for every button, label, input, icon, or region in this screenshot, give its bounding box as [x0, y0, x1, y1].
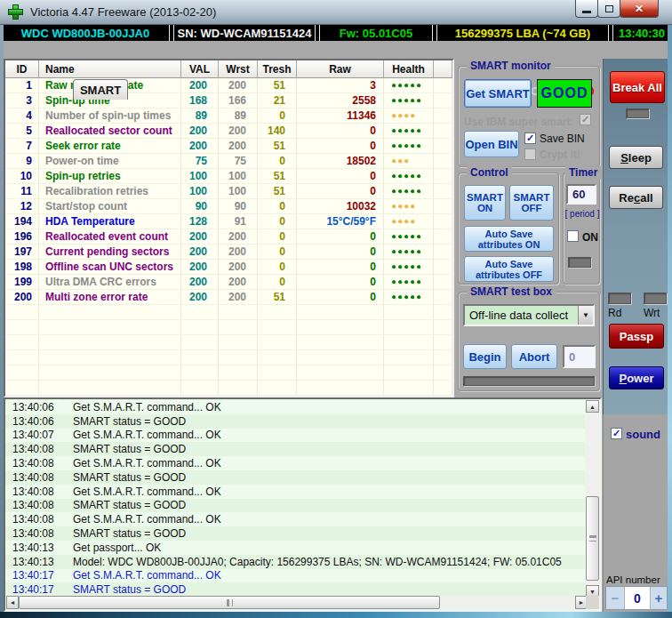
- attribute-row[interactable]: 11 Recalibration retries 100 100 51 0: [5, 184, 452, 199]
- sleep-button[interactable]: Sleep: [609, 146, 663, 169]
- attr-name: Reallocated event count: [39, 229, 181, 245]
- arrow-left-icon: ◄: [10, 599, 16, 606]
- power-button[interactable]: Power: [609, 366, 664, 389]
- empty-row: [5, 320, 452, 335]
- smart-off-button[interactable]: SMART OFF: [509, 185, 554, 221]
- tab-smart[interactable]: SMART: [73, 79, 128, 100]
- victoria-window: Victoria 4.47 Freeware (2013-02-20) ✕ WD…: [0, 0, 672, 618]
- attribute-row[interactable]: 198 Offline scan UNC sectors 200 200 0 0: [5, 260, 452, 275]
- log-entry[interactable]: 13:40:08 Get S.M.A.R.T. command... OK: [5, 456, 585, 470]
- log-entry[interactable]: 13:40:06 Get S.M.A.R.T. command... OK: [5, 400, 585, 414]
- log-vertical-scrollbar[interactable]: ▲ ▼: [586, 400, 599, 598]
- row-spacer: [434, 245, 452, 260]
- log-entry[interactable]: 13:40:17 SMART status = GOOD: [5, 582, 585, 597]
- test-select[interactable]: Off-line data collect ▼: [463, 304, 595, 326]
- header-wrst[interactable]: Wrst: [219, 60, 258, 77]
- sound-checkbox[interactable]: ✓: [611, 428, 622, 439]
- vertical-scroll-thumb[interactable]: [586, 496, 599, 581]
- attribute-row[interactable]: 194 HDA Temperature 128 91 0 15°C/59°F: [5, 214, 452, 229]
- log-entry[interactable]: 13:40:08 Get S.M.A.R.T. command... OK: [5, 512, 585, 526]
- attribute-row[interactable]: 5 Reallocated sector count 200 200 140 0: [5, 124, 452, 139]
- power-hotkey: P: [619, 372, 627, 385]
- timer-period-input[interactable]: 60: [566, 184, 596, 205]
- save-bin-checkbox[interactable]: ✓: [524, 132, 536, 144]
- passp-button[interactable]: Passp: [609, 324, 664, 349]
- row-spacer: [434, 275, 452, 290]
- window-title: Victoria 4.47 Freeware (2013-02-20): [30, 5, 216, 19]
- row-spacer: [434, 214, 452, 229]
- log-horizontal-scrollbar[interactable]: ◄ ►: [6, 596, 588, 609]
- attribute-row[interactable]: 10 Spin-up retries 100 100 51 0: [5, 169, 452, 184]
- timer-on-checkbox[interactable]: [567, 230, 579, 242]
- autosave-on-button[interactable]: Auto Save attributes ON: [464, 226, 554, 252]
- row-spacer: [434, 184, 452, 199]
- attribute-row[interactable]: 196 Reallocated event count 200 200 0 0: [5, 229, 452, 245]
- attribute-row[interactable]: 12 Start/stop count 90 90 0 10032: [5, 199, 452, 214]
- log-entry[interactable]: 13:40:08 Get S.M.A.R.T. command... OK: [5, 485, 585, 499]
- log-entry[interactable]: 13:40:07 Get S.M.A.R.T. command... OK: [5, 429, 585, 443]
- header-health[interactable]: Health: [384, 60, 434, 77]
- header-val[interactable]: VAL: [181, 60, 219, 77]
- log-entry[interactable]: 13:40:13 Model: WDC WD800JB-00JJA0; Capa…: [5, 555, 585, 569]
- window-border-bottom: [0, 612, 672, 618]
- api-number-increment[interactable]: +: [651, 587, 667, 609]
- attr-name: Power-on time: [39, 154, 181, 169]
- attribute-row[interactable]: 200 Multi zone error rate 200 200 51 0: [5, 290, 452, 305]
- log-entry[interactable]: 13:40:08 SMART status = GOOD: [5, 526, 585, 541]
- get-smart-button[interactable]: Get SMART: [464, 79, 532, 108]
- dropdown-button[interactable]: ▼: [578, 306, 593, 325]
- health-dots: [384, 93, 434, 108]
- recall-button[interactable]: Recall: [609, 186, 663, 209]
- chevron-down-icon: ▼: [582, 311, 589, 319]
- open-bin-button[interactable]: Open BIN: [464, 131, 519, 157]
- autosave-off-button[interactable]: Auto Save attributes OFF: [464, 256, 554, 282]
- api-number-value[interactable]: 0: [624, 587, 651, 609]
- test-counter-field[interactable]: 0: [563, 345, 596, 368]
- break-all-button[interactable]: Break All: [610, 71, 665, 103]
- scroll-left-button[interactable]: ◄: [6, 596, 19, 609]
- minimize-button[interactable]: [575, 0, 598, 18]
- log-entry[interactable]: 13:40:08 SMART status = GOOD: [5, 470, 585, 485]
- abort-button[interactable]: Abort: [511, 344, 557, 369]
- power-label: ower: [627, 372, 653, 385]
- log-entry[interactable]: 13:40:13 Get passport... OK: [5, 541, 585, 555]
- health-dots: [384, 154, 434, 169]
- smart-on-button[interactable]: SMART ON: [464, 185, 506, 221]
- header-raw[interactable]: Raw: [297, 60, 384, 77]
- attr-name: Start/stop count: [39, 199, 181, 214]
- attribute-row[interactable]: 197 Current pending sectors 200 200 0 0: [5, 245, 452, 260]
- scroll-up-button[interactable]: ▲: [586, 400, 599, 413]
- header-tresh[interactable]: Tresh: [258, 60, 297, 77]
- log-entry[interactable]: 13:40:17 Get S.M.A.R.T. command... OK: [5, 569, 585, 583]
- row-spacer: [434, 260, 452, 275]
- header-name[interactable]: Name: [39, 60, 181, 77]
- health-dots: [384, 78, 434, 93]
- attribute-row[interactable]: 9 Power-on time 75 75 0 18502: [5, 154, 452, 169]
- test-select-value: Off-line data collect: [465, 306, 578, 325]
- attribute-row[interactable]: 4 Number of spin-up times 89 89 0 11346: [5, 108, 452, 124]
- titlebar[interactable]: Victoria 4.47 Freeware (2013-02-20) ✕: [0, 0, 672, 25]
- log-message: Get S.M.A.R.T. command... OK: [62, 569, 221, 582]
- log-entry[interactable]: 13:40:08 SMART status = GOOD: [5, 499, 585, 513]
- attr-id: 198: [5, 260, 39, 275]
- attr-val: 200: [181, 139, 219, 154]
- attr-id: 7: [5, 139, 39, 154]
- attr-wrst: 75: [219, 154, 258, 169]
- log-entry[interactable]: 13:40:06 SMART status = GOOD: [5, 414, 585, 429]
- begin-button[interactable]: Begin: [463, 344, 507, 369]
- attribute-row[interactable]: 7 Seek error rate 200 200 51 0: [5, 139, 452, 154]
- log-message: Get S.M.A.R.T. command... OK: [62, 457, 221, 470]
- write-indicator: [644, 293, 667, 304]
- log-entry[interactable]: 13:40:08 SMART status = GOOD: [5, 442, 585, 456]
- horizontal-scroll-thumb[interactable]: [19, 596, 440, 609]
- attribute-row[interactable]: 199 Ultra DMA CRC errors 200 200 0 0: [5, 275, 452, 290]
- attr-id: 10: [5, 169, 39, 184]
- header-id[interactable]: ID: [5, 60, 39, 77]
- attr-raw: 0: [297, 290, 384, 305]
- health-dots: [384, 229, 434, 245]
- close-icon: ✕: [635, 3, 644, 15]
- api-number-decrement[interactable]: −: [606, 587, 624, 609]
- restore-button[interactable]: [597, 0, 620, 18]
- close-button[interactable]: ✕: [620, 0, 659, 18]
- attr-id: 199: [5, 275, 39, 290]
